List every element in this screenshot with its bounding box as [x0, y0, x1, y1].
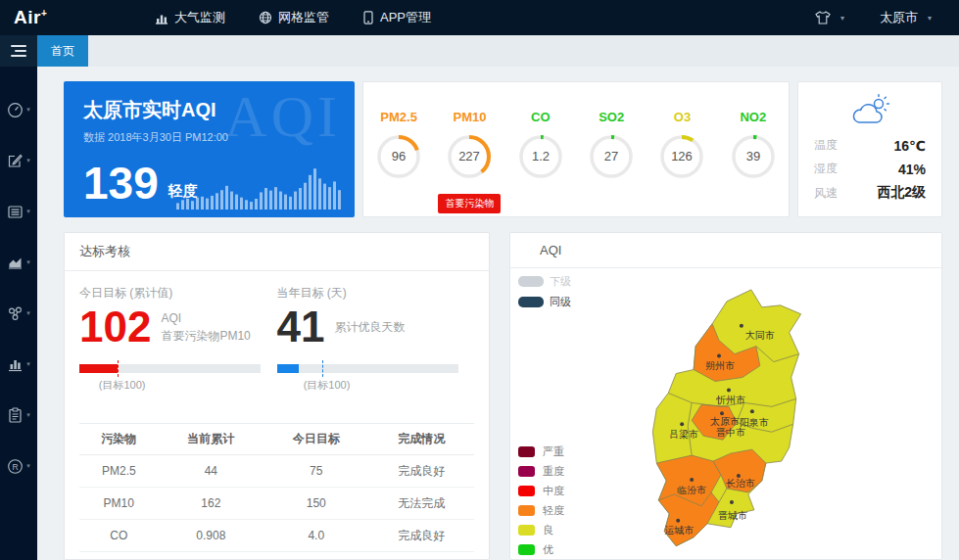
aqi-level-legend: 严重 重度 中度 轻度 良 优 [518, 444, 564, 557]
gauge-no2: NO2 39 [730, 110, 777, 180]
tab-home[interactable]: 首页 [37, 35, 88, 67]
toggle-swatch [518, 297, 544, 307]
gauge-ring: 96 [375, 133, 422, 180]
year-goal: 当年目标 (天) 41 累计优良天数 (目标100) [277, 285, 475, 409]
year-goal-value: 41 [277, 305, 325, 349]
shanxi-province-map[interactable]: 大同市 朔州市 忻州市 太原市 阳泉市 晋中市 吕梁市 临汾市 长治市 晋城市 … [510, 268, 941, 560]
gauge-co: CO 1.2 [517, 110, 564, 180]
gauge-ring: 27 [588, 133, 635, 180]
aqi-map-body: 大同市 朔州市 忻州市 太原市 阳泉市 晋中市 吕梁市 临汾市 长治市 晋城市 … [510, 268, 941, 559]
assessment-panel: 达标考核 今日目标 (累计值) 102 AQI首要污染物PM10 [64, 232, 490, 560]
gauge-o3: O3 126 [658, 110, 705, 180]
map-city-label: 太原市 [710, 416, 740, 427]
today-goal-progress: (目标100) [79, 364, 261, 373]
clipboard-icon [7, 407, 24, 424]
toggle-swatch [518, 276, 544, 287]
sidebar-item-statistics[interactable]: ▾ [0, 339, 37, 390]
table-row: PM2.54475完成良好 [79, 455, 474, 488]
cloud-sun-icon [847, 94, 892, 127]
gauge-pm10: PM10 227 首要污染物 [446, 110, 493, 180]
pollutant-table: 污染物 当前累计 今日目标 完成情况 PM2.54475完成良好 PM10162… [79, 423, 474, 560]
sidebar-item-registered[interactable]: R▾ [0, 441, 37, 491]
area-chart-icon [7, 255, 24, 271]
table-header-row: 污染物 当前累计 今日目标 完成情况 [79, 424, 474, 455]
sidebar: ▾ ▾ ▾ ▾ ▾ ▾ ▾ R▾ [0, 35, 37, 560]
gauge-so2: SO2 27 [588, 110, 635, 180]
aqi-map-panel: AQI [509, 232, 942, 560]
toggle-same-level[interactable]: 同级 [518, 295, 571, 309]
main-menu: 大气监测 网格监管 APP管理 [155, 9, 431, 26]
sidebar-collapse-button[interactable] [0, 35, 37, 67]
primary-pollutant-badge: 首要污染物 [438, 194, 501, 213]
aqi-watermark: AQI [224, 83, 341, 151]
gauge-pm25: PM2.5 96 [375, 110, 422, 180]
map-city-label: 忻州市 [715, 395, 745, 405]
top-navbar: Air+ 大气监测 网格监管 APP管理 ▾ 太原市 ▾ [0, 0, 959, 35]
speedometer-icon [7, 102, 24, 118]
map-city-label: 临汾市 [677, 485, 706, 495]
logo-plus-icon: + [41, 8, 47, 19]
pollutant-gauges-card: PM2.5 96 PM10 227 首要污染物 CO 1.2 SO2 27 [362, 81, 790, 217]
map-city-label: 朔州市 [705, 360, 735, 371]
svg-text:1.2: 1.2 [532, 149, 550, 163]
legend-item-excellent[interactable]: 优 [518, 542, 564, 557]
today-goal: 今日目标 (累计值) 102 AQI首要污染物PM10 (目标100) [79, 285, 277, 409]
city-caret-icon[interactable]: ▾ [928, 14, 932, 23]
share-nodes-icon [7, 305, 24, 322]
globe-icon [259, 11, 272, 24]
legend-item-good[interactable]: 良 [518, 523, 564, 537]
svg-text:96: 96 [392, 149, 406, 163]
svg-text:39: 39 [746, 149, 760, 163]
edit-icon [7, 153, 24, 169]
table-row: SO219150完成良好 [79, 552, 474, 560]
sidebar-item-network[interactable]: ▾ [0, 288, 37, 339]
sidebar-item-report[interactable]: ▾ [0, 390, 37, 441]
column-chart-icon [7, 356, 24, 373]
registered-icon: R [7, 458, 24, 475]
menu-item-air-monitoring[interactable]: 大气监测 [155, 9, 225, 26]
menu-item-grid-supervision[interactable]: 网格监管 [259, 9, 329, 26]
legend-item-mild[interactable]: 轻度 [518, 503, 564, 518]
gauge-ring: 126 [658, 133, 705, 180]
weather-humidity-row: 湿度 41% [814, 161, 926, 177]
sidebar-item-list[interactable]: ▾ [0, 186, 37, 237]
aqi-sparkline [176, 164, 343, 210]
realtime-aqi-card: AQI 太原市实时AQI 数据 2018年3月30日 PM12:00 139 轻… [64, 81, 355, 217]
legend-item-moderate[interactable]: 中度 [518, 484, 564, 498]
mobile-phone-icon [362, 11, 374, 24]
table-row: PM10162150无法完成 [79, 488, 474, 520]
sidebar-item-edit[interactable]: ▾ [0, 135, 37, 186]
svg-text:227: 227 [459, 149, 481, 163]
weather-card: 温度 16℃ 湿度 41% 风速 西北2级 [797, 81, 942, 217]
svg-text:27: 27 [604, 149, 618, 163]
gauge-ring: 227 [446, 133, 493, 180]
map-city-label: 长治市 [726, 478, 755, 489]
gauge-ring: 1.2 [517, 133, 564, 180]
list-icon [7, 204, 24, 220]
sidebar-item-dashboard[interactable]: ▾ [0, 84, 37, 135]
map-city-label: 吕梁市 [669, 429, 698, 440]
tab-bar: 首页 [37, 35, 959, 67]
assessment-panel-title: 达标考核 [65, 233, 489, 271]
today-goal-value: 102 [79, 305, 151, 349]
weather-wind-row: 风速 西北2级 [814, 184, 926, 202]
map-city-label: 大同市 [745, 330, 775, 341]
theme-tshirt-icon[interactable] [815, 11, 831, 24]
app-logo[interactable]: Air+ [0, 7, 118, 28]
map-city-label: 晋城市 [718, 510, 747, 521]
map-city-label: 运城市 [664, 525, 694, 536]
city-selector[interactable]: 太原市 [880, 9, 918, 26]
legend-item-heavy[interactable]: 重度 [518, 464, 564, 479]
map-city-label: 晋中市 [716, 427, 745, 438]
aqi-value: 139 [83, 161, 159, 206]
menu-item-app-management[interactable]: APP管理 [362, 9, 431, 26]
theme-caret-icon[interactable]: ▾ [840, 14, 844, 23]
gauge-ring: 39 [730, 133, 777, 180]
toggle-lower-level[interactable]: 下级 [518, 274, 571, 289]
sidebar-item-area-chart[interactable]: ▾ [0, 237, 37, 288]
bar-chart-icon [155, 11, 168, 24]
legend-item-severe[interactable]: 严重 [518, 444, 564, 459]
weather-temperature-row: 温度 16℃ [814, 137, 926, 154]
svg-text:R: R [13, 461, 19, 471]
svg-text:126: 126 [672, 149, 694, 163]
